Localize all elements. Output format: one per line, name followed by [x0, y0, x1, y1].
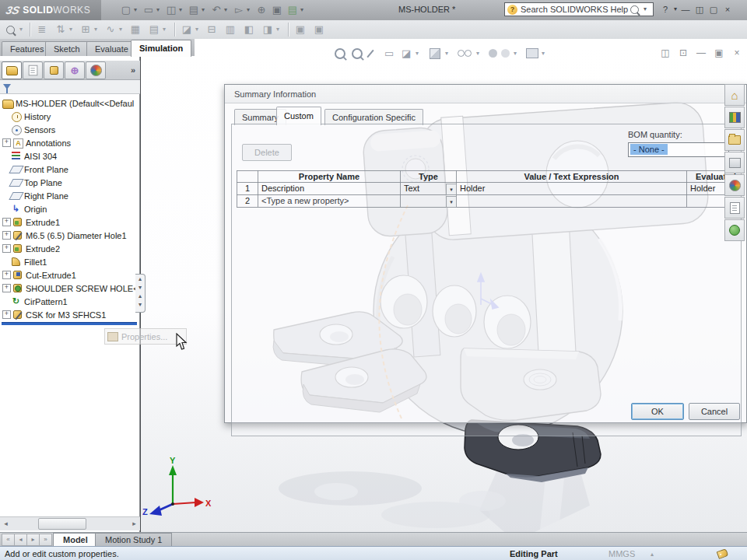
- design-library-button[interactable]: [724, 107, 745, 128]
- tree-item-cut-extrude1[interactable]: +Cut-Extrude1: [0, 268, 139, 282]
- zoom-to-selection-icon[interactable]: [370, 47, 371, 60]
- tab-sketch[interactable]: Sketch: [45, 41, 89, 57]
- motion-study-tab[interactable]: Motion Study 1: [95, 533, 172, 547]
- open-icon[interactable]: ▭: [141, 3, 156, 17]
- restore-pane-icon[interactable]: ◫: [693, 2, 707, 17]
- tree-item-origin[interactable]: ↳Origin: [0, 202, 139, 215]
- col-header-type[interactable]: Type: [401, 171, 456, 183]
- undo-caret[interactable]: ▾: [224, 3, 231, 17]
- tree-item-annotations[interactable]: +AAnnotations: [0, 136, 139, 149]
- tree-root[interactable]: MS-HOLDER (Default<<Defaul: [0, 96, 139, 110]
- maximize-icon[interactable]: ▢: [707, 2, 721, 17]
- panel-scrollbar[interactable]: ◂ ▸: [0, 516, 140, 530]
- display-pane-flyout-handle[interactable]: ▴▾▴▾: [135, 274, 146, 313]
- next-study-icon[interactable]: ▸: [26, 534, 40, 546]
- scroll-left-icon[interactable]: ◂: [0, 518, 12, 530]
- tab-simulation[interactable]: Simulation: [131, 40, 191, 57]
- print-caret[interactable]: ▾: [202, 3, 209, 17]
- doc-close-icon[interactable]: ×: [729, 47, 745, 58]
- hide-show-items-icon[interactable]: [489, 47, 497, 60]
- tree-item-top-plane[interactable]: Top Plane: [0, 176, 139, 189]
- expand-icon[interactable]: +: [2, 231, 11, 240]
- mesh-icon[interactable]: ▤: [146, 23, 162, 37]
- appearance-caret[interactable]: ▾: [514, 47, 517, 60]
- view-orientation-caret[interactable]: ▾: [445, 47, 448, 60]
- save-icon[interactable]: ◫: [163, 3, 179, 17]
- properties-ghost-menu[interactable]: Properties...: [104, 328, 187, 345]
- close-icon[interactable]: ×: [721, 2, 735, 17]
- zoom-tool-caret[interactable]: ▾: [17, 23, 25, 37]
- zoom-to-fit-icon[interactable]: [335, 47, 345, 60]
- tree-item-csk-hole[interactable]: +CSK for M3 SFHCS1: [0, 308, 139, 321]
- doc-restore-icon[interactable]: ▣: [711, 47, 727, 58]
- units-label[interactable]: MMGS: [608, 549, 635, 558]
- help-icon[interactable]: ?: [658, 2, 672, 17]
- open-caret[interactable]: ▾: [156, 3, 163, 17]
- units-caret-icon[interactable]: ▴: [651, 551, 654, 558]
- help-caret[interactable]: ▾: [672, 2, 679, 17]
- options-list-icon[interactable]: ▤: [285, 3, 300, 17]
- doc-minimize-icon[interactable]: —: [693, 47, 709, 58]
- configurationmanager-tab[interactable]: [44, 61, 64, 79]
- section-view-icon[interactable]: ◪: [402, 47, 411, 60]
- last-study-icon[interactable]: »: [39, 534, 52, 546]
- prev-study-icon[interactable]: ◂: [14, 534, 27, 546]
- tree-item-right-plane[interactable]: Right Plane: [0, 189, 139, 202]
- scroll-right-icon[interactable]: ▸: [128, 518, 140, 530]
- undo-icon[interactable]: ↶: [209, 3, 224, 17]
- scrollbar-thumb[interactable]: [38, 518, 86, 530]
- tree-item-fillet1[interactable]: Fillet1: [0, 255, 139, 268]
- dialog-title-bar[interactable]: Summary Information: [225, 85, 746, 103]
- save-caret[interactable]: ▾: [179, 3, 186, 17]
- zoom-tool-icon[interactable]: [6, 26, 15, 36]
- expand-icon[interactable]: +: [2, 138, 11, 147]
- expand-icon[interactable]: +: [2, 271, 11, 279]
- fixtures-caret[interactable]: ▾: [92, 23, 100, 37]
- pin-icon[interactable]: ⊕: [254, 3, 269, 17]
- clipboard-icon[interactable]: ▣: [269, 3, 285, 17]
- view-settings-caret[interactable]: ▾: [542, 47, 545, 60]
- col-header-property-name[interactable]: Property Name: [258, 171, 400, 183]
- results-advisor-icon[interactable]: ⊟: [204, 23, 219, 37]
- property-value-cell[interactable]: [460, 195, 684, 207]
- tag-icon[interactable]: [717, 548, 729, 559]
- material-caret[interactable]: ▾: [67, 23, 75, 37]
- tree-item-extrude1[interactable]: +Extrude1: [0, 215, 139, 229]
- tree-item-cirpattern1[interactable]: ↻CirPattern1: [0, 295, 139, 308]
- expand-icon[interactable]: +: [2, 218, 11, 226]
- new-caret[interactable]: ▾: [134, 3, 141, 17]
- fixtures-advisor-icon[interactable]: ⊞: [78, 23, 93, 37]
- plot-tools-icon[interactable]: ◨: [260, 23, 275, 37]
- include-image-icon[interactable]: ▣: [293, 23, 308, 37]
- type-dropdown-icon[interactable]: ▾: [446, 196, 457, 208]
- view-settings-icon[interactable]: [526, 47, 538, 60]
- rollback-bar[interactable]: [2, 322, 137, 325]
- doc-pane-left-icon[interactable]: ◫: [658, 47, 673, 58]
- tree-item-shoulder-screw-hole[interactable]: +SHOULDER SCREW HOLE<1: [0, 282, 139, 295]
- panel-tabs-overflow-chevron[interactable]: »: [131, 65, 135, 75]
- study-tree-icon[interactable]: ≣: [34, 23, 50, 37]
- run-caret[interactable]: ▾: [193, 23, 201, 37]
- compare-results-icon[interactable]: ▥: [223, 23, 238, 37]
- tab-evaluate[interactable]: Evaluate: [86, 41, 137, 57]
- print-icon[interactable]: ▤: [186, 3, 202, 17]
- model-tab[interactable]: Model: [53, 533, 98, 547]
- plot-caret[interactable]: ▾: [274, 23, 282, 37]
- select-caret[interactable]: ▾: [247, 3, 254, 17]
- tree-filter-bar[interactable]: [0, 80, 140, 94]
- word-report-icon[interactable]: ▣: [311, 23, 327, 37]
- display-style-caret[interactable]: ▾: [476, 47, 479, 60]
- search-icon[interactable]: [630, 5, 639, 14]
- file-explorer-button[interactable]: [724, 129, 745, 151]
- search-input[interactable]: Search SOLIDWORKS Help: [521, 5, 630, 14]
- propertymanager-tab[interactable]: [23, 61, 43, 79]
- section-view-caret[interactable]: ▾: [416, 47, 419, 60]
- expand-icon[interactable]: +: [2, 244, 11, 253]
- property-type-cell[interactable]: Text: [404, 183, 444, 194]
- displaymanager-tab[interactable]: [86, 61, 106, 79]
- appearances-button[interactable]: [724, 174, 745, 196]
- search-caret[interactable]: ▾: [644, 2, 651, 16]
- first-study-icon[interactable]: «: [2, 534, 15, 546]
- property-name-cell[interactable]: Description: [261, 183, 398, 194]
- ok-button[interactable]: OK: [631, 403, 684, 420]
